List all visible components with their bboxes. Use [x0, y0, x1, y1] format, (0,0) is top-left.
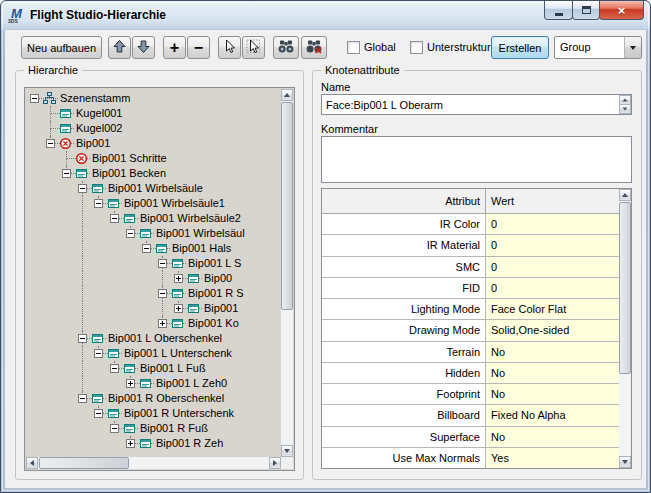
collapse-toggle[interactable] — [158, 289, 167, 298]
attribute-row[interactable]: Lighting ModeFace Color Flat — [322, 299, 619, 320]
tree-item[interactable]: Bip001 Wirbelsäule — [26, 181, 281, 196]
tree-item[interactable]: Bip001 L Unterschenk — [26, 346, 281, 361]
attribute-value[interactable]: 0 — [486, 214, 619, 234]
tree-vertical-scrollbar[interactable] — [281, 89, 293, 457]
attribute-value[interactable]: 0 — [486, 235, 619, 255]
maximize-button[interactable] — [572, 1, 600, 20]
collapse-toggle[interactable] — [94, 199, 103, 208]
collapse-toggle[interactable] — [94, 349, 103, 358]
collapse-button[interactable]: − — [187, 36, 210, 59]
name-input[interactable] — [321, 94, 632, 115]
tree-item[interactable]: Bip001 L Fuß — [26, 361, 281, 376]
attribute-row[interactable]: FID0 — [322, 278, 619, 299]
scroll-down-button[interactable] — [619, 104, 631, 114]
attribute-row[interactable]: IR Color0 — [322, 214, 619, 235]
collapse-toggle[interactable] — [78, 334, 87, 343]
move-down-button[interactable] — [132, 36, 155, 59]
collapse-toggle[interactable] — [126, 229, 135, 238]
tree-item[interactable]: Bip001 R Zeh — [26, 436, 281, 451]
attribute-row[interactable]: HiddenNo — [322, 363, 619, 384]
attribute-row[interactable]: TerrainNo — [322, 342, 619, 363]
attribute-value[interactable]: 0 — [486, 278, 619, 298]
collapse-toggle[interactable] — [110, 424, 119, 433]
attribute-value[interactable]: No — [486, 427, 619, 447]
expand-toggle[interactable] — [126, 379, 135, 388]
collapse-toggle[interactable] — [46, 139, 55, 148]
tree-item[interactable]: Bip001 Wirbelsäule1 — [26, 196, 281, 211]
attribute-row[interactable]: FootprintNo — [322, 384, 619, 405]
attribute-row[interactable]: BillboardFixed No Alpha — [322, 405, 619, 426]
attribute-value[interactable]: Yes — [486, 448, 619, 468]
group-combobox[interactable]: Group — [554, 36, 642, 59]
scroll-down-button[interactable] — [619, 456, 631, 468]
tree-item[interactable]: Bip001 Wirbelsäul — [26, 226, 281, 241]
tree-item[interactable]: Bip001 L S — [26, 256, 281, 271]
search-button[interactable] — [273, 36, 299, 59]
tree-item[interactable]: Bip001 Schritte — [26, 151, 281, 166]
attribute-value[interactable]: 0 — [486, 257, 619, 277]
scroll-left-button[interactable] — [26, 457, 38, 469]
tree-item[interactable]: Bip001 Ko — [26, 316, 281, 331]
collapse-toggle[interactable] — [30, 94, 39, 103]
attribute-row[interactable]: Drawing ModeSolid,One-sided — [322, 320, 619, 341]
attribute-row[interactable]: Use Max NormalsYes — [322, 448, 619, 468]
collapse-toggle[interactable] — [110, 214, 119, 223]
titlebar[interactable]: M 3DS Flight Studio-Hierarchie × — [1, 1, 650, 30]
attribute-row[interactable]: SMC0 — [322, 257, 619, 278]
dropdown-arrow-button[interactable] — [624, 37, 641, 58]
move-up-button[interactable] — [108, 36, 131, 59]
close-button[interactable]: × — [599, 1, 644, 20]
table-vertical-scrollbar[interactable] — [619, 189, 631, 468]
create-button[interactable]: Erstellen — [491, 36, 549, 59]
expand-toggle[interactable] — [174, 304, 183, 313]
attribute-row[interactable]: IR Material0 — [322, 235, 619, 256]
tree-item[interactable]: Bip001 R Oberschenkel — [26, 391, 281, 406]
collapse-toggle[interactable] — [94, 409, 103, 418]
collapse-toggle[interactable] — [78, 394, 87, 403]
horizontal-scroll-thumb[interactable] — [39, 457, 129, 469]
tree-item[interactable]: Bip001 R S — [26, 286, 281, 301]
attribute-value[interactable]: No — [486, 363, 619, 383]
scroll-down-button[interactable] — [281, 445, 293, 457]
global-checkbox[interactable]: Global — [347, 39, 396, 55]
collapse-toggle[interactable] — [78, 184, 87, 193]
tree-item[interactable]: Bip001 Hals — [26, 241, 281, 256]
hierarchy-tree[interactable]: SzenenstammKugel001Kugel002Bip001Bip001 … — [24, 87, 295, 471]
tree-item[interactable]: Bip001 L Zeh0 — [26, 376, 281, 391]
checkbox-box[interactable] — [347, 41, 360, 54]
tree-item[interactable]: Kugel002 — [26, 121, 281, 136]
collapse-toggle[interactable] — [110, 364, 119, 373]
scroll-up-button[interactable] — [281, 89, 293, 101]
vertical-scroll-thumb[interactable] — [281, 102, 293, 310]
search-cancel-button[interactable] — [301, 36, 327, 59]
tree-horizontal-scrollbar[interactable] — [26, 457, 281, 469]
collapse-toggle[interactable] — [62, 169, 71, 178]
checkbox-box[interactable] — [410, 41, 423, 54]
attribute-value[interactable]: No — [486, 384, 619, 404]
tree-item[interactable]: Szenenstamm — [26, 91, 281, 106]
expand-toggle[interactable] — [174, 274, 183, 283]
comment-input[interactable] — [321, 136, 632, 183]
tree-content[interactable]: SzenenstammKugel001Kugel002Bip001Bip001 … — [26, 89, 281, 457]
collapse-toggle[interactable] — [142, 244, 151, 253]
expand-toggle[interactable] — [126, 439, 135, 448]
tree-item[interactable]: Bip00 — [26, 271, 281, 286]
tree-item[interactable]: Bip001 — [26, 301, 281, 316]
scroll-right-button[interactable] — [269, 457, 281, 469]
scroll-up-button[interactable] — [619, 189, 631, 201]
rebuild-button[interactable]: Neu aufbauen — [21, 36, 102, 59]
attribute-value[interactable]: Solid,One-sided — [486, 320, 619, 340]
attribute-value[interactable]: Face Color Flat — [486, 299, 619, 319]
expand-toggle[interactable] — [158, 319, 167, 328]
tree-item[interactable]: Bip001 R Fuß — [26, 421, 281, 436]
tree-item[interactable]: Bip001 Wirbelsäule2 — [26, 211, 281, 226]
expand-button[interactable]: + — [163, 36, 186, 59]
collapse-toggle[interactable] — [158, 259, 167, 268]
minimize-button[interactable] — [544, 1, 573, 20]
select-branch-button[interactable] — [242, 36, 265, 59]
tree-item[interactable]: Bip001 L Oberschenkel — [26, 331, 281, 346]
tree-item[interactable]: Bip001 Becken — [26, 166, 281, 181]
attribute-value[interactable]: Fixed No Alpha — [486, 405, 619, 425]
attribute-value[interactable]: No — [486, 342, 619, 362]
substructure-checkbox[interactable]: Unterstruktur — [410, 39, 491, 55]
